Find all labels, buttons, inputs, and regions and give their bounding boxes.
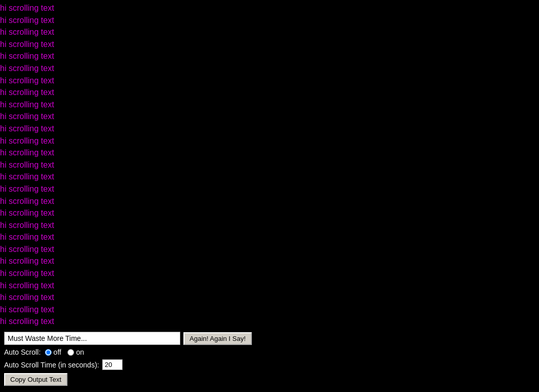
scroll-line: hi scrolling text (0, 243, 539, 256)
off-label-text: off (54, 348, 61, 356)
scroll-line: hi scrolling text (0, 315, 539, 328)
copy-output-button[interactable]: Copy Output Text (4, 373, 67, 386)
scroll-line: hi scrolling text (0, 280, 539, 292)
radio-on-label[interactable]: on (67, 348, 84, 356)
on-label-text: on (76, 348, 84, 356)
controls-area: Again! Again I Say! Auto Scroll: off on … (0, 328, 539, 392)
scroll-line: hi scrolling text (0, 75, 539, 87)
radio-on[interactable] (67, 349, 74, 356)
again-button[interactable]: Again! Again I Say! (183, 332, 252, 345)
scroll-line: hi scrolling text (0, 255, 539, 267)
scroll-line: hi scrolling text (0, 231, 539, 243)
scroll-line: hi scrolling text (0, 110, 539, 123)
scroll-line: hi scrolling text (0, 14, 539, 27)
scroll-line: hi scrolling text (0, 267, 539, 280)
auto-scroll-label: Auto Scroll: (4, 348, 41, 356)
text-input[interactable] (4, 332, 180, 345)
scroll-line: hi scrolling text (0, 183, 539, 195)
scroll-line: hi scrolling text (0, 62, 539, 75)
scroll-line: hi scrolling text (0, 207, 539, 219)
scroll-line: hi scrolling text (0, 50, 539, 62)
radio-off[interactable] (45, 349, 52, 356)
scroll-line: hi scrolling text (0, 26, 539, 38)
auto-time-label: Auto Scroll Time (in seconds): (4, 361, 99, 369)
scroll-line: hi scrolling text (0, 147, 539, 159)
radio-off-label[interactable]: off (45, 348, 61, 356)
scroll-line: hi scrolling text (0, 99, 539, 111)
time-input[interactable] (102, 359, 123, 370)
scroll-line: hi scrolling text (0, 291, 539, 304)
scroll-line: hi scrolling text (0, 195, 539, 207)
scroll-line: hi scrolling text (0, 38, 539, 51)
scroll-line: hi scrolling text (0, 123, 539, 135)
scroll-line: hi scrolling text (0, 135, 539, 147)
scroll-line: hi scrolling text (0, 171, 539, 183)
scroll-line: hi scrolling text (0, 86, 539, 99)
scroll-line: hi scrolling text (0, 2, 539, 14)
scroll-line: hi scrolling text (0, 219, 539, 232)
scroll-line: hi scrolling text (0, 304, 539, 316)
scroll-line: hi scrolling text (0, 159, 539, 171)
